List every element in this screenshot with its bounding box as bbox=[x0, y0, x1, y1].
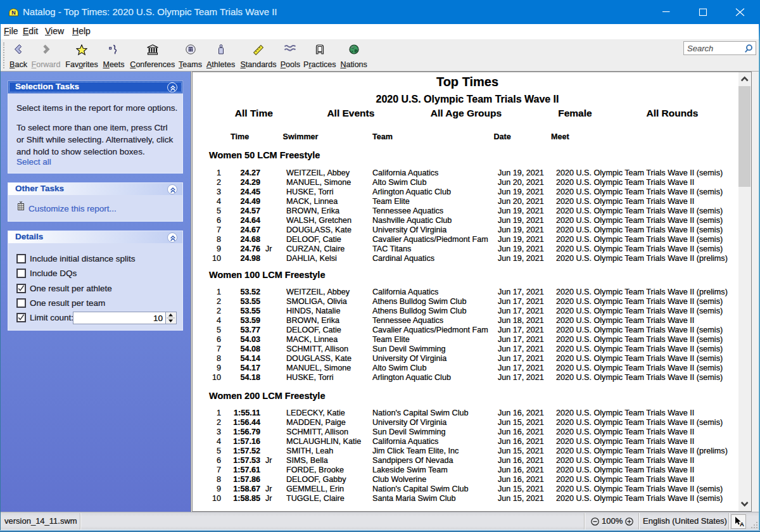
svg-text:A: A bbox=[740, 521, 744, 528]
